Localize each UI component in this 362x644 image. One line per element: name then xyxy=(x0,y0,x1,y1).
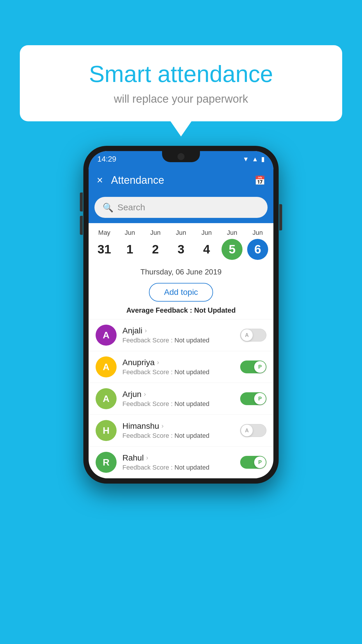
student-info: Rahul ›Feedback Score : Not updated xyxy=(122,453,234,471)
calendar-day-2[interactable]: Jun1 xyxy=(117,229,142,260)
attendance-toggle[interactable]: P xyxy=(240,456,266,469)
student-avatar: A xyxy=(96,388,117,409)
search-input[interactable]: Search xyxy=(117,202,145,212)
signal-icon: ▲ xyxy=(252,155,258,163)
phone-frame: 14:29 ▼ ▲ ▮ × Attendance 📅 🔍 Search xyxy=(83,146,279,484)
toggle-knob: P xyxy=(254,393,266,405)
cal-day-num: 31 xyxy=(94,239,115,260)
student-info: Anupriya ›Feedback Score : Not updated xyxy=(122,358,234,376)
cal-month-label: Jun xyxy=(227,229,237,237)
cal-day-num: 2 xyxy=(145,239,166,260)
attendance-toggle[interactable]: A xyxy=(240,329,266,342)
app-bar: × Attendance 📅 xyxy=(89,167,273,193)
chevron-right-icon: › xyxy=(161,422,164,430)
speech-bubble: Smart attendance will replace your paper… xyxy=(20,45,342,121)
cal-day-num: 5 xyxy=(222,239,242,260)
cal-month-label: Jun xyxy=(252,229,263,237)
date-display: Thursday, 06 June 2019 xyxy=(89,262,273,281)
calendar-day-1[interactable]: May31 xyxy=(92,229,117,260)
toggle-knob: A xyxy=(241,425,253,436)
chevron-right-icon: › xyxy=(157,359,159,366)
search-bar-wrapper: 🔍 Search xyxy=(89,193,273,223)
student-item-2[interactable]: AAnupriya ›Feedback Score : Not updatedP xyxy=(89,351,273,383)
student-feedback: Feedback Score : Not updated xyxy=(122,432,234,440)
student-item-1[interactable]: AAnjali ›Feedback Score : Not updatedA xyxy=(89,319,273,351)
camera xyxy=(178,153,184,160)
app-bar-title: Attendance xyxy=(111,174,246,186)
student-avatar: A xyxy=(96,325,117,346)
student-feedback: Feedback Score : Not updated xyxy=(122,400,234,408)
volume-up-button xyxy=(80,192,83,211)
cal-day-num: 6 xyxy=(247,239,268,260)
calendar-day-6[interactable]: Jun5 xyxy=(220,229,245,260)
close-button[interactable]: × xyxy=(97,174,103,186)
attendance-toggle[interactable]: A xyxy=(240,424,266,437)
add-topic-wrapper: Add topic xyxy=(89,281,273,306)
chevron-right-icon: › xyxy=(145,327,147,335)
status-time: 14:29 xyxy=(97,155,116,164)
toggle-knob: P xyxy=(254,361,266,373)
power-button xyxy=(279,204,282,230)
student-feedback: Feedback Score : Not updated xyxy=(122,464,234,471)
chevron-right-icon: › xyxy=(146,454,148,462)
calendar-day-4[interactable]: Jun3 xyxy=(168,229,193,260)
student-avatar: H xyxy=(96,420,117,441)
wifi-icon: ▼ xyxy=(242,155,249,163)
cal-month-label: Jun xyxy=(150,229,161,237)
student-name: Anupriya › xyxy=(122,358,234,367)
add-topic-button[interactable]: Add topic xyxy=(149,283,213,302)
student-name: Anjali › xyxy=(122,326,234,335)
cal-month-label: Jun xyxy=(125,229,135,237)
search-icon: 🔍 xyxy=(103,202,113,213)
calendar-icon[interactable]: 📅 xyxy=(254,175,265,186)
calendar-day-7[interactable]: Jun6 xyxy=(245,229,270,260)
cal-day-num: 4 xyxy=(196,239,217,260)
volume-down-button xyxy=(80,216,83,235)
phone-notch xyxy=(162,151,200,162)
chevron-right-icon: › xyxy=(144,391,146,398)
student-name: Rahul › xyxy=(122,453,234,463)
toggle-knob: P xyxy=(254,456,266,468)
cal-month-label: May xyxy=(98,229,110,237)
bubble-title: Smart attendance xyxy=(37,61,325,87)
student-info: Anjali ›Feedback Score : Not updated xyxy=(122,326,234,344)
student-feedback: Feedback Score : Not updated xyxy=(122,337,234,344)
calendar-day-3[interactable]: Jun2 xyxy=(143,229,168,260)
calendar-day-5[interactable]: Jun4 xyxy=(194,229,219,260)
cal-month-label: Jun xyxy=(201,229,212,237)
attendance-toggle[interactable]: P xyxy=(240,392,266,405)
cal-day-num: 3 xyxy=(171,239,191,260)
cal-day-num: 1 xyxy=(120,239,140,260)
student-info: Himanshu ›Feedback Score : Not updated xyxy=(122,421,234,440)
student-feedback: Feedback Score : Not updated xyxy=(122,368,234,376)
student-name: Arjun › xyxy=(122,390,234,399)
attendance-toggle[interactable]: P xyxy=(240,360,266,373)
search-bar[interactable]: 🔍 Search xyxy=(94,197,268,218)
student-avatar: A xyxy=(96,356,117,377)
student-list: AAnjali ›Feedback Score : Not updatedAAA… xyxy=(89,319,273,478)
student-item-5[interactable]: RRahul ›Feedback Score : Not updatedP xyxy=(89,447,273,478)
battery-icon: ▮ xyxy=(261,155,265,163)
student-avatar: R xyxy=(96,452,117,473)
student-info: Arjun ›Feedback Score : Not updated xyxy=(122,390,234,408)
toggle-knob: A xyxy=(241,329,253,341)
calendar-row: May31Jun1Jun2Jun3Jun4Jun5Jun6 xyxy=(89,223,273,262)
status-icons: ▼ ▲ ▮ xyxy=(242,155,265,163)
student-item-3[interactable]: AArjun ›Feedback Score : Not updatedP xyxy=(89,383,273,415)
avg-feedback: Average Feedback : Not Updated xyxy=(89,306,273,319)
student-item-4[interactable]: HHimanshu ›Feedback Score : Not updatedA xyxy=(89,415,273,447)
phone-screen: 14:29 ▼ ▲ ▮ × Attendance 📅 🔍 Search xyxy=(89,151,273,478)
bubble-subtitle: will replace your paperwork xyxy=(37,93,325,105)
cal-month-label: Jun xyxy=(176,229,186,237)
student-name: Himanshu › xyxy=(122,421,234,431)
